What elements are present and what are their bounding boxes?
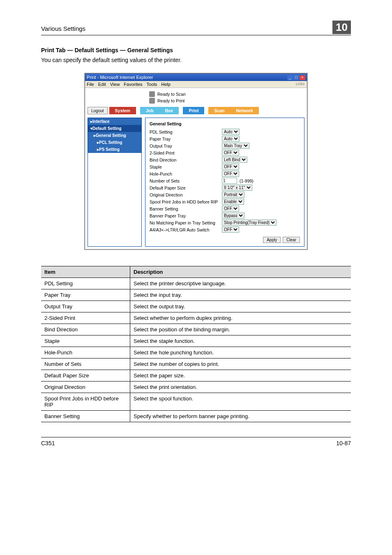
logout-button[interactable]: Logout	[88, 107, 108, 114]
tab-job[interactable]: Job	[140, 107, 159, 114]
select-size[interactable]: 8 1/2" x 11"	[222, 185, 252, 191]
select-orient[interactable]: Portrait	[222, 192, 244, 198]
table-row: 2-Sided PrintSelect whether to perform d…	[41, 312, 351, 324]
select-nomatch[interactable]: Stop Printing(Tray Fixed)	[222, 220, 277, 226]
select-duplex[interactable]: OFF	[222, 150, 239, 156]
label-nomatch: No Matching Paper in Tray Setting	[150, 220, 219, 225]
input-sets[interactable]	[222, 178, 237, 184]
sidebar-item-pcl[interactable]: ▸PCL Setting	[88, 139, 141, 146]
sidebar-item-ps[interactable]: ▸PS Setting	[88, 146, 141, 153]
apply-button[interactable]: Apply	[263, 237, 281, 243]
th-item: Item	[41, 266, 130, 278]
ie-links-label[interactable]: Links	[296, 82, 304, 86]
select-pdl[interactable]: Auto	[222, 129, 240, 135]
table-row: StapleSelect the staple function.	[41, 335, 351, 347]
tab-system[interactable]: System	[109, 107, 136, 114]
table-row: Original DirectionSelect the print orien…	[41, 382, 351, 393]
description-table: Item Description PDL SettingSelect the p…	[41, 266, 351, 422]
settings-panel: General Setting PDL SettingAuto Paper Tr…	[145, 118, 304, 247]
label-paper: Paper Tray	[150, 136, 219, 141]
clear-button[interactable]: Clear	[283, 237, 300, 243]
label-bannertray: Banner Paper Tray	[150, 213, 219, 218]
section-title: Print Tab — Default Settings — General S…	[41, 47, 351, 53]
cell-desc: Select the hole punching function.	[130, 347, 351, 358]
cell-desc: Select the staple function.	[130, 335, 351, 347]
footer-pagenum: 10-87	[336, 440, 351, 446]
label-autoswitch: A4/A3<->LTR/LGR Auto Switch	[150, 227, 219, 232]
select-spool[interactable]: Enable	[222, 199, 244, 205]
cell-desc: Select the input tray.	[130, 289, 351, 301]
panel-heading: General Setting	[150, 121, 300, 126]
table-row: Spool Print Jobs in HDD before RIPSelect…	[41, 393, 351, 411]
menu-help[interactable]: Help	[161, 82, 171, 87]
table-row: Bind DirectionSelect the position of the…	[41, 324, 351, 335]
printer-icon	[149, 98, 155, 104]
select-banner[interactable]: OFF	[222, 206, 239, 212]
minimize-icon[interactable]: _	[287, 75, 293, 80]
select-output[interactable]: Main Tray	[222, 143, 249, 149]
cell-item: PDL Setting	[41, 278, 130, 289]
tab-network[interactable]: Network	[231, 107, 259, 114]
label-hole: Hole-Punch	[150, 171, 219, 176]
running-header: Various Settings 10	[41, 21, 351, 35]
select-hole[interactable]: OFF	[222, 171, 239, 177]
label-bind: Bind Direction	[150, 157, 219, 162]
th-desc: Description	[130, 266, 351, 278]
cell-desc: Specify whether to perform banner page p…	[130, 411, 351, 422]
sidebar-item-default[interactable]: ▾Default Setting	[88, 125, 141, 132]
tab-box[interactable]: Box	[159, 107, 179, 114]
close-icon[interactable]: ×	[300, 75, 305, 80]
sidebar-item-interface[interactable]: ▸Interface	[88, 118, 141, 125]
cell-item: Spool Print Jobs in HDD before RIP	[41, 393, 130, 411]
select-paper[interactable]: Auto	[222, 136, 240, 142]
table-row: Output TraySelect the output tray.	[41, 301, 351, 312]
main-tabbar: Logout System Job Box Print Scan Network	[88, 107, 304, 114]
tab-scan[interactable]: Scan	[208, 107, 230, 114]
menu-file[interactable]: File	[87, 82, 94, 87]
cell-item: Hole-Punch	[41, 347, 130, 358]
cell-desc: Select whether to perform duplex printin…	[130, 312, 351, 324]
menu-edit[interactable]: Edit	[98, 82, 106, 87]
menu-tools[interactable]: Tools	[147, 82, 157, 87]
tab-print[interactable]: Print	[183, 107, 204, 114]
table-row: Number of SetsSelect the number of copie…	[41, 358, 351, 370]
hint-sets: (1-999)	[240, 178, 254, 183]
label-sets: Number of Sets	[150, 178, 219, 183]
page-footer: C351 10-87	[41, 437, 351, 446]
status-print: Ready to Print	[149, 98, 304, 104]
chapter-number: 10	[332, 21, 351, 34]
cell-desc: Select the spool function.	[130, 393, 351, 411]
label-orient: Original Direction	[150, 192, 219, 197]
sidebar: ▸Interface ▾Default Setting ▸General Set…	[88, 118, 142, 247]
table-row: PDL SettingSelect the printer descriptiv…	[41, 278, 351, 289]
cell-item: Output Tray	[41, 301, 130, 312]
label-staple: Staple	[150, 164, 219, 169]
cell-desc: Select the position of the binding margi…	[130, 324, 351, 335]
ie-window-title: Print - Microsoft Internet Explorer	[87, 75, 153, 80]
cell-desc: Select the print orientation.	[130, 382, 351, 393]
cell-item: Bind Direction	[41, 324, 130, 335]
maximize-icon[interactable]: □	[293, 75, 299, 80]
cell-item: Banner Setting	[41, 411, 130, 422]
window-buttons: _□×	[287, 74, 305, 80]
table-row: Hole-PunchSelect the hole punching funct…	[41, 347, 351, 358]
cell-item: Paper Tray	[41, 289, 130, 301]
ie-menubar: File Edit View Favorites Tools Help Link…	[85, 81, 307, 88]
menu-favorites[interactable]: Favorites	[124, 82, 142, 87]
select-bind[interactable]: Left Bind	[222, 157, 247, 163]
cell-item: Number of Sets	[41, 358, 130, 370]
table-row: Paper TraySelect the input tray.	[41, 289, 351, 301]
cell-desc: Select the paper size.	[130, 370, 351, 382]
table-row: Default Paper SizeSelect the paper size.	[41, 370, 351, 382]
cell-desc: Select the printer descriptive language.	[130, 278, 351, 289]
section-name: Various Settings	[41, 25, 85, 32]
select-autoswitch[interactable]: OFF	[222, 227, 239, 233]
label-output: Output Tray	[150, 143, 219, 148]
label-spool: Spool Print Jobs in HDD before RIP	[150, 199, 219, 204]
select-bannertray[interactable]: Bypass	[222, 213, 244, 219]
menu-view[interactable]: View	[110, 82, 120, 87]
ie-titlebar: Print - Microsoft Internet Explorer _□×	[85, 74, 307, 81]
select-staple[interactable]: OFF	[222, 164, 239, 170]
sidebar-item-general[interactable]: ▸General Setting	[88, 132, 141, 139]
label-duplex: 2-Sided Print	[150, 150, 219, 155]
